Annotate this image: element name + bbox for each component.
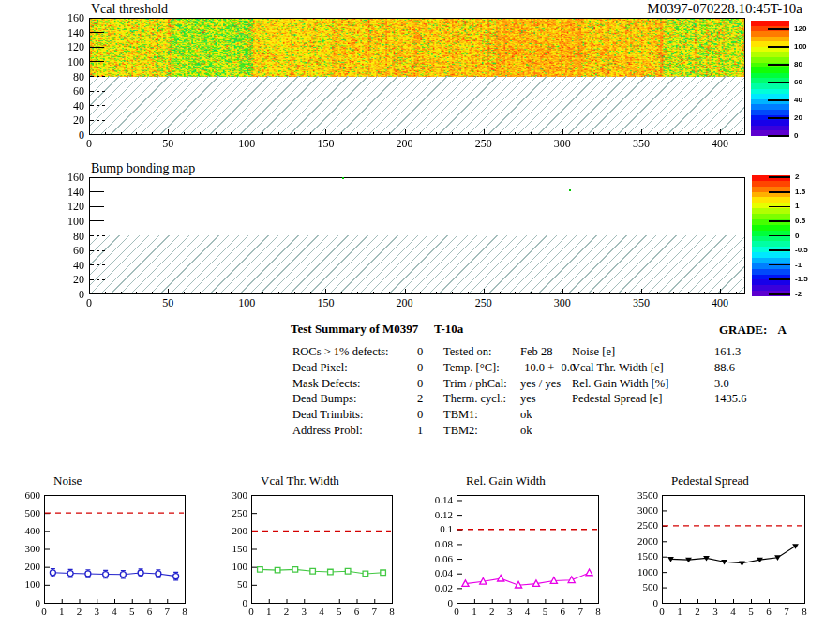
vcal-x-minor-tick <box>136 132 137 135</box>
bump-y-tick-label: 60 <box>45 245 84 256</box>
bump-colorbar-tick-label: 2 <box>795 173 819 181</box>
vcal-y-tick-dashed <box>90 91 105 92</box>
bump-x-minor-tick <box>373 292 374 294</box>
grade-value: A <box>771 322 787 337</box>
bump-x-minor-tick <box>294 292 295 294</box>
bump-y-tick-label: 120 <box>45 201 84 212</box>
bump-x-minor-tick <box>468 292 469 294</box>
vcal-x-tick <box>405 129 406 135</box>
bump-x-minor-tick <box>578 292 579 294</box>
bump-x-minor-tick <box>609 292 610 294</box>
bump-y-tick-label: 40 <box>45 260 84 271</box>
vcal-x-minor-tick <box>736 132 737 135</box>
summary-value: -10.0 +- 0.0 <box>520 362 576 374</box>
bump-x-tick <box>720 289 721 294</box>
summary-label: Dead Bumps: <box>292 393 356 405</box>
bump-colorbar-tick-label: 0.5 <box>795 218 819 225</box>
bump-defect-dot <box>342 177 344 179</box>
summary-value: 1 <box>417 425 423 437</box>
vcal-threshold-title: Vcal threshold <box>91 3 168 16</box>
vcal-x-tick <box>484 129 485 135</box>
vcal-colorbar-tick <box>768 46 789 48</box>
vcal-x-minor-tick <box>673 132 674 135</box>
bump-x-tick-label: 100 <box>232 297 261 308</box>
bump-x-tick-label: 300 <box>548 297 577 308</box>
bump-y-tick-label: 20 <box>45 274 84 285</box>
bump-colorbar-tick <box>769 235 790 237</box>
vcal-x-tick-label: 400 <box>706 138 734 149</box>
vcal-x-tick-label: 0 <box>75 138 103 149</box>
bump-colorbar-tick-label: 1.5 <box>795 188 819 196</box>
bump-x-minor-tick <box>341 292 342 294</box>
vcal-x-minor-tick <box>452 132 453 135</box>
bump-colorbar-tick <box>769 293 790 295</box>
bump-colorbar-tick-label: -1.5 <box>795 276 819 283</box>
bump-x-tick-label: 200 <box>391 297 419 308</box>
noise-plot-canvas <box>0 469 207 630</box>
vcal-x-minor-tick <box>531 132 532 135</box>
bump-colorbar-tick <box>769 206 790 208</box>
bump-colorbar-tick <box>769 278 790 280</box>
bump-y-tick-dashed <box>90 235 105 236</box>
bump-x-minor-tick <box>262 292 263 294</box>
bump-x-tick-label: 400 <box>706 297 734 308</box>
vcal-x-tick-label: 200 <box>391 138 419 149</box>
summary-value: 0 <box>417 362 423 374</box>
vcal-x-minor-tick <box>688 132 689 135</box>
summary-value: 161.3 <box>714 346 741 358</box>
vcal-x-minor-tick <box>500 132 501 135</box>
vcal-x-minor-tick <box>704 132 705 135</box>
vcal-x-minor-tick <box>373 132 374 135</box>
vcal-x-tick-label: 250 <box>470 138 498 149</box>
bump-x-tick <box>484 289 485 294</box>
vcal-x-minor-tick <box>657 132 658 135</box>
bump-defect-dot <box>569 189 571 191</box>
summary-value: ok <box>520 425 532 437</box>
summary-value: 1435.6 <box>714 393 746 405</box>
bump-x-minor-tick <box>136 292 137 294</box>
gain-width-plot-canvas <box>412 469 618 630</box>
vcal-y-tick-label: 100 <box>45 56 84 68</box>
summary-label: Trim / phCal: <box>443 378 507 390</box>
summary-value: 2 <box>417 393 423 405</box>
vcal-x-minor-tick <box>547 132 548 135</box>
bump-x-minor-tick <box>420 292 421 294</box>
vcal-x-minor-tick <box>578 132 579 135</box>
bump-x-minor-tick <box>736 292 737 294</box>
vcal-colorbar-tick-label: 80 <box>794 61 818 68</box>
bump-x-minor-tick <box>184 292 185 294</box>
bump-x-tick-label: 250 <box>470 297 498 308</box>
bump-y-tick-label: 100 <box>45 216 84 227</box>
bump-x-minor-tick <box>593 292 594 294</box>
vcal-colorbar-tick <box>768 64 789 66</box>
vcal-x-minor-tick <box>200 132 201 135</box>
bump-y-tick-dashed <box>90 279 105 280</box>
bump-colorbar-tick <box>769 191 790 193</box>
bump-x-tick <box>641 289 642 294</box>
pedestal-plot-canvas <box>618 469 840 630</box>
summary-value: Feb 28 <box>520 346 552 358</box>
vcal-x-minor-tick <box>420 132 421 135</box>
bump-plot-frame <box>89 177 745 294</box>
bump-x-minor-tick <box>547 292 548 294</box>
vcal-plot-frame <box>89 18 745 135</box>
bump-x-minor-tick <box>357 292 358 294</box>
summary-value: 0 <box>417 409 423 421</box>
vcal-x-minor-tick <box>105 132 106 135</box>
bump-x-minor-tick <box>310 292 311 294</box>
bump-x-minor-tick <box>500 292 501 294</box>
summary-title-subtype: T-10a <box>434 322 463 335</box>
bump-x-minor-tick <box>389 292 390 294</box>
vcal-x-minor-tick <box>262 132 263 135</box>
bump-colorbar-tick <box>769 264 790 266</box>
bump-y-tick-label: 160 <box>45 172 84 183</box>
vcal-colorbar-tick-label: 100 <box>794 43 818 51</box>
summary-label: TBM2: <box>443 425 478 437</box>
vcal-x-minor-tick <box>625 132 626 135</box>
bump-colorbar-tick <box>769 220 790 222</box>
summary-label: Mask Defects: <box>292 378 361 390</box>
bump-y-tick <box>90 206 104 207</box>
vcal-x-tick-label: 300 <box>548 138 577 149</box>
vcal-y-tick-dashed <box>90 76 105 77</box>
summary-label: Noise [e] <box>572 346 615 358</box>
